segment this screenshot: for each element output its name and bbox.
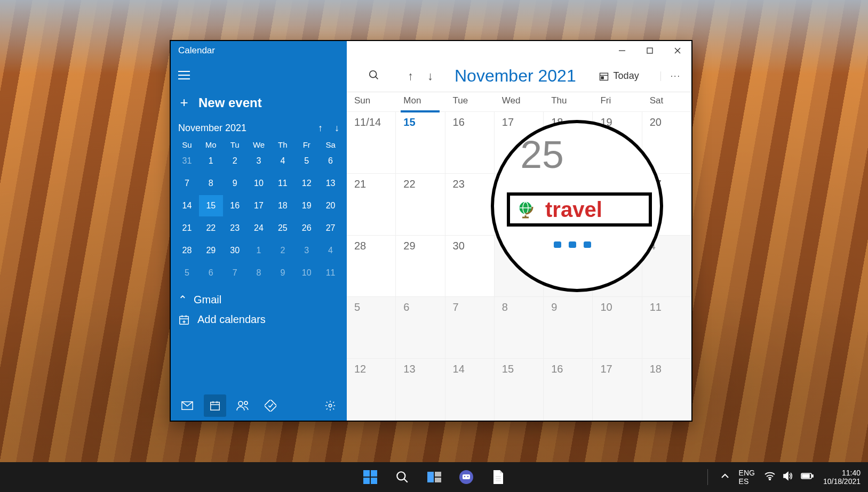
mini-day-cell[interactable]: 13 [318, 173, 343, 194]
mini-day-cell[interactable]: 7 [223, 262, 247, 284]
close-button[interactable] [664, 41, 691, 60]
mini-day-cell[interactable]: 22 [199, 217, 223, 239]
mini-day-cell[interactable]: 15 [199, 195, 223, 216]
more-options-button[interactable]: ··· [660, 71, 681, 81]
month-day-cell[interactable]: 30 [445, 236, 495, 297]
day-number: 17 [600, 363, 641, 375]
month-day-cell[interactable]: 9 [544, 297, 593, 359]
today-button[interactable]: Today [599, 70, 639, 82]
search-button[interactable] [368, 69, 380, 83]
mini-day-cell[interactable]: 8 [199, 173, 223, 194]
mini-day-cell[interactable]: 26 [294, 217, 318, 239]
battery-button[interactable] [801, 472, 814, 482]
month-day-cell[interactable]: 16 [445, 112, 495, 174]
mini-day-cell[interactable]: 5 [294, 150, 318, 172]
month-day-cell[interactable]: 15 [396, 112, 445, 174]
mini-day-cell[interactable]: 10 [247, 173, 271, 194]
mini-day-cell[interactable]: 2 [223, 150, 247, 172]
mini-prev-month-button[interactable]: ↑ [318, 123, 323, 134]
mini-day-cell[interactable]: 28 [175, 240, 199, 261]
settings-button[interactable] [319, 394, 341, 417]
month-day-cell[interactable]: 6 [396, 297, 445, 359]
calendar-button[interactable] [204, 394, 226, 417]
month-day-cell[interactable]: 18 [642, 359, 691, 421]
month-day-cell[interactable]: 11/14 [347, 112, 396, 174]
mini-day-cell[interactable]: 6 [318, 150, 343, 172]
mini-day-cell[interactable]: 11 [270, 173, 294, 194]
mini-day-cell[interactable]: 9 [223, 173, 247, 194]
hamburger-menu-button[interactable] [171, 64, 192, 86]
month-day-cell[interactable]: 13 [396, 359, 445, 421]
mini-day-cell[interactable]: 24 [247, 217, 271, 239]
month-day-cell[interactable]: 21 [347, 174, 396, 236]
mini-day-cell[interactable]: 1 [247, 240, 271, 261]
mini-day-cell[interactable]: 19 [294, 195, 318, 216]
start-button[interactable] [361, 468, 379, 486]
dow-label: Tu [223, 140, 247, 149]
account-toggle-gmail[interactable]: ⌃ Gmail [171, 293, 347, 306]
mini-day-cell[interactable]: 3 [247, 150, 271, 172]
mini-next-month-button[interactable]: ↓ [335, 123, 339, 134]
mini-day-cell[interactable]: 9 [270, 262, 294, 284]
mini-day-cell[interactable]: 21 [175, 217, 199, 239]
new-event-button[interactable]: + New event [171, 86, 347, 123]
mini-day-cell[interactable]: 4 [270, 150, 294, 172]
taskbar-search-button[interactable] [393, 468, 411, 486]
maximize-button[interactable] [636, 41, 664, 60]
mini-day-cell[interactable]: 10 [294, 262, 318, 284]
month-day-cell[interactable]: 10 [593, 297, 642, 359]
minimize-button[interactable] [608, 41, 636, 60]
month-day-cell[interactable]: 17 [593, 359, 642, 421]
volume-button[interactable] [783, 471, 793, 483]
month-day-cell[interactable]: 29 [396, 236, 445, 297]
mini-day-cell[interactable]: 7 [175, 173, 199, 194]
mini-day-cell[interactable]: 17 [247, 195, 271, 216]
mini-day-cell[interactable]: 1 [199, 150, 223, 172]
taskbar-file-button[interactable] [489, 468, 507, 486]
add-calendars-button[interactable]: Add calendars [171, 306, 347, 326]
wifi-button[interactable] [765, 472, 775, 482]
month-day-cell[interactable]: 23 [445, 174, 495, 236]
mini-day-cell[interactable]: 23 [223, 217, 247, 239]
mini-day-cell[interactable]: 20 [318, 195, 343, 216]
mini-day-cell[interactable]: 30 [223, 240, 247, 261]
task-view-button[interactable] [425, 468, 443, 486]
month-day-cell[interactable]: 7 [445, 297, 495, 359]
current-month-button[interactable]: November 2021 [455, 66, 576, 86]
mini-day-cell[interactable]: 6 [199, 262, 223, 284]
magnified-event[interactable]: travel [507, 192, 652, 227]
mini-day-cell[interactable]: 12 [294, 173, 318, 194]
next-period-button[interactable]: ↓ [427, 69, 433, 83]
prev-period-button[interactable]: ↑ [408, 69, 413, 83]
language-switcher[interactable]: ENG ES [739, 469, 755, 486]
mini-day-cell[interactable]: 27 [318, 217, 343, 239]
taskbar-chat-button[interactable] [457, 468, 475, 486]
mini-day-cell[interactable]: 5 [175, 262, 199, 284]
month-day-cell[interactable]: 11 [642, 297, 691, 359]
month-day-cell[interactable]: 15 [495, 359, 544, 421]
mini-day-cell[interactable]: 29 [199, 240, 223, 261]
month-day-cell[interactable]: 14 [445, 359, 495, 421]
people-button[interactable] [232, 394, 254, 417]
mini-day-cell[interactable]: 3 [294, 240, 318, 261]
mini-day-cell[interactable]: 25 [270, 217, 294, 239]
mini-day-cell[interactable]: 31 [175, 150, 199, 172]
mini-day-cell[interactable]: 2 [270, 240, 294, 261]
tray-overflow-button[interactable] [721, 472, 729, 483]
month-day-cell[interactable]: 12 [347, 359, 396, 421]
mini-day-cell[interactable]: 14 [175, 195, 199, 216]
month-day-cell[interactable]: 8 [495, 297, 544, 359]
mini-day-cell[interactable]: 4 [318, 240, 343, 261]
month-day-cell[interactable]: 16 [544, 359, 593, 421]
mini-day-cell[interactable]: 11 [318, 262, 343, 284]
mini-day-cell[interactable]: 16 [223, 195, 247, 216]
mail-button[interactable] [176, 394, 198, 417]
month-day-cell[interactable]: 28 [347, 236, 396, 297]
month-day-cell[interactable]: 5 [347, 297, 396, 359]
month-day-cell[interactable]: 22 [396, 174, 445, 236]
mini-day-cell[interactable]: 18 [270, 195, 294, 216]
mini-calendar-month-label[interactable]: November 2021 [178, 123, 246, 134]
todo-button[interactable] [259, 394, 282, 417]
mini-day-cell[interactable]: 8 [247, 262, 271, 284]
clock-button[interactable]: 11:40 10/18/2021 [823, 469, 861, 486]
